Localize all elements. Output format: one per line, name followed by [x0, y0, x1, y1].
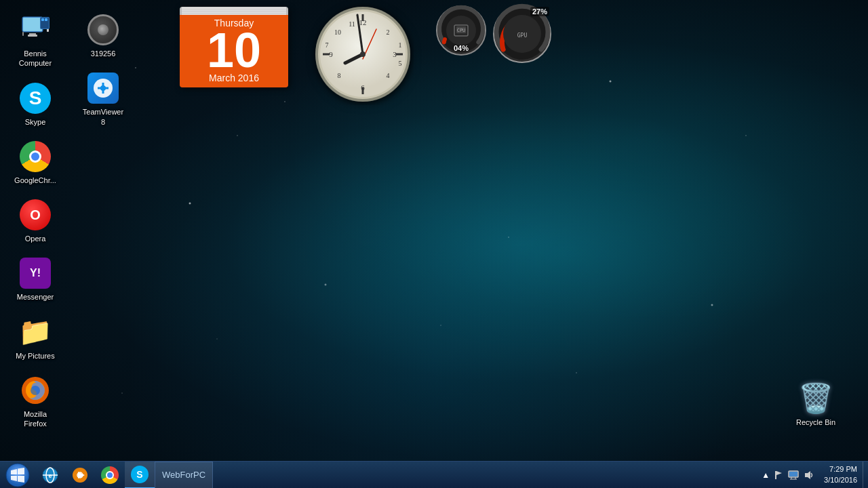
svg-text:GPU: GPU — [517, 33, 528, 39]
svg-text:CPU: CPU — [457, 28, 466, 33]
app-319256-icon — [87, 14, 119, 46]
svg-text:8: 8 — [338, 72, 341, 79]
icon-firefox[interactable]: MozillaFirefox — [5, 369, 66, 434]
tray-volume-icon[interactable] — [801, 462, 816, 489]
taskbar-clock[interactable]: 7:29 PM 3/10/2016 — [818, 464, 863, 485]
svg-text:9: 9 — [329, 50, 333, 58]
svg-text:4: 4 — [387, 72, 390, 79]
svg-text:1: 1 — [399, 41, 402, 49]
computer-icon — [19, 14, 52, 46]
calendar-day-number: 10 — [180, 28, 288, 73]
icon-label: Opera — [25, 234, 46, 243]
svg-rect-3 — [22, 32, 24, 36]
svg-rect-4 — [29, 33, 36, 35]
yahoo-messenger-icon: Y! — [19, 257, 52, 289]
icon-bennis-computer[interactable]: BennisComputer — [5, 8, 66, 74]
icon-recycle-bin[interactable]: 🗑️ Recycle Bin — [785, 377, 846, 432]
tray-monitor-icon[interactable] — [786, 462, 801, 489]
gpu-percent-label: 27% — [530, 7, 549, 16]
tray-flag-icon[interactable] — [771, 462, 786, 489]
icon-319256[interactable]: 319256 — [73, 8, 134, 64]
taskbar-skype-button[interactable]: S — [125, 462, 155, 489]
recycle-bin-icon: 🗑️ — [800, 382, 832, 415]
icon-teamviewer[interactable]: TeamViewer8 — [73, 66, 134, 132]
clock-widget: 12 6 9 3 2 10 4 8 11 1 5 7 — [312, 3, 414, 105]
svg-text:3: 3 — [393, 50, 397, 58]
svg-point-48 — [6, 464, 29, 487]
icon-label: GoogleChr... — [14, 176, 56, 185]
clock-date: 3/10/2016 — [824, 475, 857, 485]
taskbar: e S WebForPC ▲ — [0, 461, 868, 488]
svg-rect-1 — [23, 18, 42, 31]
svg-text:5: 5 — [399, 60, 402, 67]
svg-marker-64 — [805, 471, 810, 479]
icon-label: 319256 — [91, 49, 116, 58]
svg-point-56 — [79, 474, 81, 476]
show-desktop-button[interactable] — [863, 462, 868, 489]
icon-label: BennisComputer — [19, 49, 52, 68]
cpu-gauge: CPU 04% — [434, 3, 488, 58]
cpu-label: 04% — [434, 44, 488, 52]
tray-chevron-icon[interactable]: ▲ — [760, 470, 771, 480]
calendar-widget: Thursday 10 March 2016 — [180, 7, 288, 87]
svg-text:11: 11 — [349, 20, 355, 28]
svg-point-37 — [360, 52, 366, 57]
meters-widget: CPU 04% GPU 27% — [434, 3, 553, 64]
desktop-icons: BennisComputer S Skype GoogleChr... O Op… — [3, 7, 139, 454]
clock-face: 12 6 9 3 2 10 4 8 11 1 5 7 — [312, 3, 414, 105]
clock-time: 7:29 PM — [824, 464, 857, 474]
svg-rect-9 — [45, 18, 47, 21]
start-button[interactable] — [0, 462, 35, 489]
firefox-icon — [19, 374, 52, 407]
icon-label: Recycle Bin — [796, 418, 835, 427]
skype-icon: S — [19, 82, 52, 115]
chrome-icon — [19, 140, 52, 173]
taskbar-media-player-button[interactable] — [65, 462, 95, 489]
svg-rect-57 — [775, 471, 776, 479]
calendar-month-year: March 2016 — [180, 73, 288, 86]
taskbar-chrome-button[interactable] — [95, 462, 125, 489]
taskbar-active-window-label[interactable]: WebForPC — [155, 462, 213, 489]
icon-label: TeamViewer8 — [83, 107, 123, 127]
opera-icon: O — [19, 199, 52, 231]
gpu-gauge: GPU 27% — [492, 3, 553, 64]
icon-google-chrome[interactable]: GoogleChr... — [5, 135, 66, 190]
taskbar-ie-button[interactable]: e — [35, 462, 65, 489]
svg-text:e: e — [48, 472, 52, 479]
svg-text:10: 10 — [334, 28, 341, 36]
svg-text:2: 2 — [387, 28, 390, 36]
svg-text:12: 12 — [359, 18, 367, 26]
system-tray: ▲ — [757, 462, 818, 489]
folder-icon: 📁 — [19, 316, 52, 348]
svg-rect-60 — [789, 472, 797, 476]
teamviewer-icon — [87, 72, 119, 104]
calendar-binding-lines — [180, 7, 288, 15]
svg-point-12 — [31, 386, 40, 395]
icon-label: MozillaFirefox — [24, 409, 47, 429]
icon-label: Skype — [25, 117, 46, 127]
svg-rect-8 — [41, 18, 44, 21]
svg-text:6: 6 — [361, 83, 365, 92]
svg-marker-58 — [776, 471, 782, 475]
svg-rect-5 — [28, 35, 37, 37]
icon-messenger[interactable]: Y! Messenger — [5, 251, 66, 307]
svg-point-14 — [100, 85, 106, 91]
icon-label: Messenger — [17, 292, 54, 302]
icon-skype[interactable]: S Skype — [5, 77, 66, 132]
svg-text:7: 7 — [326, 41, 329, 49]
desktop: BennisComputer S Skype GoogleChr... O Op… — [0, 0, 868, 488]
calendar-header: Thursday 10 March 2016 — [180, 15, 288, 87]
icon-my-pictures[interactable]: 📁 My Pictures — [5, 310, 66, 366]
icon-label: My Pictures — [16, 351, 54, 361]
icon-opera[interactable]: O Opera — [5, 193, 66, 249]
